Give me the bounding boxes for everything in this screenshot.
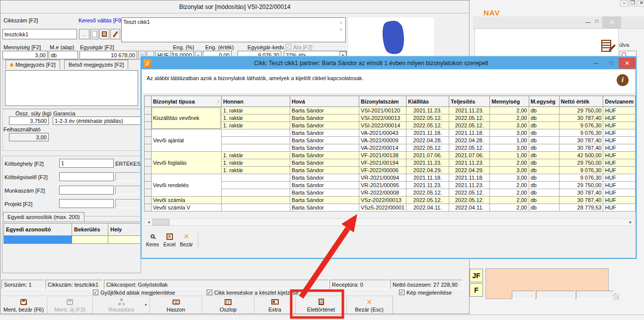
cell[interactable]: db <box>529 167 559 174</box>
cell[interactable]: Barta Sándor <box>290 137 359 144</box>
row-selector[interactable] <box>145 144 152 152</box>
cell[interactable]: 2021.11.23. <box>449 182 490 189</box>
cell[interactable]: 2022.04.29. <box>406 167 449 174</box>
cell[interactable]: HUF <box>603 129 636 137</box>
cell[interactable] <box>221 204 290 212</box>
cell[interactable]: Barta Sándor <box>290 159 359 167</box>
group-cell-vevői-ajánlat[interactable]: Vevői ajánlat <box>151 129 221 152</box>
cell[interactable]: VF-2021/00138 <box>359 152 406 159</box>
cell[interactable]: Barta Sándor <box>290 197 359 204</box>
sort-down-icon[interactable]: ↓ <box>217 99 220 104</box>
cell[interactable]: db <box>529 114 559 122</box>
cell[interactable]: 2022.04.28. <box>449 137 490 144</box>
column-header-m-egység[interactable]: M.egység <box>529 96 559 107</box>
cell[interactable]: Barta Sándor <box>290 122 359 129</box>
cell[interactable]: 3,00 <box>490 122 529 129</box>
cell[interactable]: 2022.05.12. <box>449 122 490 129</box>
cell[interactable]: VF-2022/00006 <box>359 167 406 174</box>
column-header-mennyiség[interactable]: Mennyiség <box>490 96 529 107</box>
cell[interactable]: 28 779,53 <box>559 204 603 212</box>
scroll-right-icon[interactable]: ► <box>627 219 635 225</box>
cell[interactable]: HUF <box>603 182 636 189</box>
cell[interactable]: 2021.11.23. <box>406 159 449 167</box>
edit-note-button[interactable] <box>99 29 109 39</box>
tab-megjegyzes[interactable]: Megjegyzés [F2] <box>5 60 60 69</box>
cell[interactable]: Barta Sándor <box>290 152 359 159</box>
toolbar-button-extra[interactable]: Extra <box>254 296 295 315</box>
koltsegviselo-input[interactable] <box>59 172 114 181</box>
cell[interactable]: Barta Sándor <box>290 182 359 189</box>
cell[interactable]: db <box>529 182 559 189</box>
cell[interactable]: 2,00 <box>490 189 529 197</box>
cell[interactable] <box>221 174 290 182</box>
table-row[interactable]: Vevői foglalás1. raktárBarta SándorVF-20… <box>145 152 636 159</box>
koltseghely-input[interactable]: 1 <box>59 159 114 168</box>
column-header-stub[interactable] <box>145 96 152 107</box>
cell[interactable]: 2022.05.12. <box>449 197 490 204</box>
cell[interactable]: 2022.04.11. <box>449 204 490 212</box>
dialog-titlebar[interactable]: Z Cikk: Teszt cikk1 partner: Barta Sándo… <box>142 57 636 69</box>
cell[interactable]: 3,00 <box>490 167 529 174</box>
egyedi-table-row[interactable] <box>4 236 142 244</box>
cell[interactable]: 2021.11.18. <box>406 174 449 182</box>
tab-belso-megjegyzes[interactable]: Belső megjegyzés [F2] <box>64 60 128 69</box>
cell[interactable]: 29 750,00 <box>559 107 603 114</box>
cell[interactable]: 9 076,30 <box>559 122 603 129</box>
cell[interactable]: VR-2022/00008 <box>359 189 406 197</box>
cell[interactable]: 3,00 <box>490 144 529 152</box>
cikk-kereses-checkbox[interactable] <box>207 290 212 295</box>
cell[interactable]: 2022.04.11. <box>406 204 449 212</box>
table-row[interactable]: Vevői számlaBarta SándorVSz-2022/0001320… <box>145 197 636 204</box>
cell[interactable]: 2,00 <box>490 197 529 204</box>
cell[interactable]: HUF <box>603 107 636 114</box>
group-cell-vevői-számla-v[interactable]: Vevői számla V <box>151 204 221 212</box>
cell[interactable]: VA-2021/00043 <box>359 129 406 137</box>
cell[interactable]: 2022.05.12. <box>449 189 490 197</box>
cell[interactable]: Barta Sándor <box>290 189 359 197</box>
column-header-honnan[interactable]: Honnan <box>221 96 290 107</box>
cell[interactable]: db <box>529 144 559 152</box>
cell[interactable]: 1. raktár <box>221 159 290 167</box>
cell[interactable]: db <box>529 152 559 159</box>
column-header-kiállítás[interactable]: Kiállítás <box>406 96 449 107</box>
group-cell-vevői-számla[interactable]: Vevői számla <box>151 197 221 204</box>
cell[interactable]: db <box>529 107 559 114</box>
scroll-up-icon[interactable]: ∧ <box>339 20 342 25</box>
cell[interactable]: HUF <box>603 137 636 144</box>
toolbar-button-haszon[interactable]: Haszon <box>150 296 202 315</box>
cell[interactable] <box>221 129 290 137</box>
edit-document-icon[interactable] <box>601 40 611 53</box>
cell[interactable]: 30 787,40 <box>559 137 603 144</box>
cell[interactable]: 2022.05.12. <box>406 189 449 197</box>
cell[interactable]: 9 076,30 <box>559 129 603 137</box>
scroll-down-icon[interactable]: ∨ <box>339 27 342 32</box>
cell[interactable]: HUF <box>603 174 636 182</box>
cell[interactable]: HUF <box>603 114 636 122</box>
row-selector[interactable] <box>145 167 152 174</box>
cell[interactable]: 2,00 <box>490 204 529 212</box>
cell[interactable]: db <box>529 122 559 129</box>
info-icon[interactable]: i <box>617 74 629 86</box>
cell[interactable]: 1. raktár <box>221 114 290 122</box>
cell[interactable]: 9 076,30 <box>559 167 603 174</box>
back-minimize-icon[interactable]: — <box>585 20 590 25</box>
cell[interactable]: HUF <box>603 159 636 167</box>
projekt-input[interactable] <box>59 199 114 208</box>
cell[interactable]: 2021.11.23. <box>449 107 490 114</box>
row-selector[interactable] <box>145 107 152 114</box>
gyujtokod-checkbox[interactable] <box>93 290 98 295</box>
cell[interactable]: Barta Sándor <box>290 114 359 122</box>
cell[interactable] <box>221 137 290 144</box>
row-selector[interactable] <box>145 129 152 137</box>
cell[interactable]: HUF <box>603 189 636 197</box>
cell[interactable]: 2,00 <box>490 107 529 114</box>
dialog-toolbar-button-excel[interactable]: XExcel <box>161 228 178 251</box>
row-selector[interactable] <box>145 159 152 167</box>
back-maximize-icon[interactable]: □ <box>595 19 598 24</box>
cell[interactable]: 2022.04.29. <box>449 167 490 174</box>
cell[interactable]: 2021.07.06. <box>449 152 490 159</box>
cell[interactable]: VSz5-2022/00001 <box>359 204 406 212</box>
cell[interactable]: 2022.04.28. <box>406 137 449 144</box>
cell[interactable]: Barta Sándor <box>290 204 359 212</box>
dialog-toolbar-button-keres[interactable]: Keres <box>144 228 161 251</box>
